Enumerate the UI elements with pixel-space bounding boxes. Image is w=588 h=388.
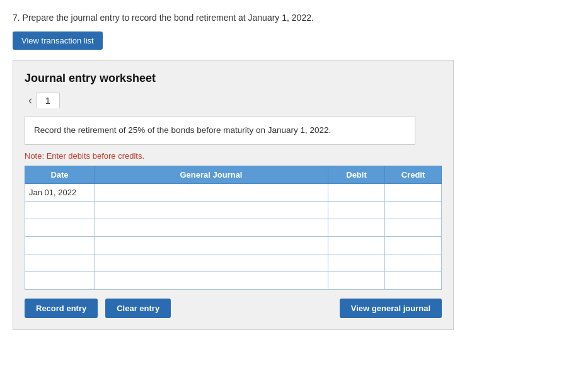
date-cell <box>25 219 95 237</box>
general-journal-cell <box>95 254 328 272</box>
general-journal-cell <box>95 219 328 237</box>
tab-number[interactable]: 1 <box>36 93 60 108</box>
credit-cell <box>385 219 442 237</box>
general-journal-cell <box>95 237 328 254</box>
table-row <box>25 202 442 219</box>
credit-input[interactable] <box>385 202 441 219</box>
general-journal-input[interactable] <box>95 202 328 219</box>
instruction-text: Record the retirement of 25% of the bond… <box>34 125 331 135</box>
credit-input[interactable] <box>385 272 441 289</box>
debit-input[interactable] <box>328 184 384 201</box>
col-header-date: Date <box>25 166 95 184</box>
table-row <box>25 237 442 254</box>
date-cell <box>25 237 95 254</box>
instruction-box: Record the retirement of 25% of the bond… <box>25 116 415 145</box>
clear-entry-button[interactable]: Clear entry <box>105 299 171 318</box>
debit-cell <box>328 237 385 254</box>
date-cell <box>25 254 95 272</box>
credit-input[interactable] <box>385 237 441 254</box>
credit-cell <box>385 237 442 254</box>
date-cell <box>25 272 95 290</box>
record-entry-button[interactable]: Record entry <box>25 299 98 318</box>
general-journal-input[interactable] <box>95 219 328 236</box>
debit-input[interactable] <box>328 219 384 236</box>
date-cell <box>25 202 95 219</box>
general-journal-cell <box>95 272 328 290</box>
credit-cell <box>385 202 442 219</box>
general-journal-input[interactable] <box>95 272 328 289</box>
debit-input[interactable] <box>328 237 384 254</box>
worksheet-container: Journal entry worksheet ‹ 1 Record the r… <box>13 60 454 330</box>
date-input[interactable] <box>29 222 90 234</box>
action-buttons-row: Record entry Clear entry View general jo… <box>25 299 442 318</box>
table-row <box>25 254 442 272</box>
date-input[interactable] <box>29 204 90 216</box>
journal-table: Date General Journal Debit Credit Jan 01… <box>25 166 442 290</box>
tab-navigation: ‹ 1 <box>25 93 442 108</box>
debit-input[interactable] <box>328 254 384 271</box>
credit-input[interactable] <box>385 184 441 201</box>
view-transaction-button[interactable]: View transaction list <box>13 31 103 50</box>
worksheet-title: Journal entry worksheet <box>25 72 442 85</box>
debit-cell <box>328 254 385 272</box>
table-row <box>25 272 442 290</box>
debit-cell <box>328 219 385 237</box>
date-input[interactable] <box>29 239 90 251</box>
col-header-credit: Credit <box>385 166 442 184</box>
table-row <box>25 219 442 237</box>
date-input[interactable] <box>29 257 90 269</box>
credit-input[interactable] <box>385 219 441 236</box>
general-journal-input[interactable] <box>95 254 328 271</box>
prev-tab-arrow[interactable]: ‹ <box>25 94 36 107</box>
general-journal-input[interactable] <box>95 184 328 201</box>
note-text: Note: Enter debits before credits. <box>25 151 442 161</box>
col-header-debit: Debit <box>328 166 385 184</box>
general-journal-cell <box>95 202 328 219</box>
question-text: 7. Prepare the journal entry to record t… <box>13 13 575 23</box>
view-general-journal-button[interactable]: View general journal <box>340 299 442 318</box>
date-input[interactable] <box>29 275 90 287</box>
general-journal-input[interactable] <box>95 237 328 254</box>
credit-input[interactable] <box>385 254 441 271</box>
credit-cell <box>385 184 442 202</box>
debit-input[interactable] <box>328 272 384 289</box>
table-row: Jan 01, 2022 <box>25 184 442 202</box>
date-cell: Jan 01, 2022 <box>25 184 95 202</box>
credit-cell <box>385 254 442 272</box>
credit-cell <box>385 272 442 290</box>
col-header-gj: General Journal <box>95 166 328 184</box>
general-journal-cell <box>95 184 328 202</box>
debit-input[interactable] <box>328 202 384 219</box>
debit-cell <box>328 202 385 219</box>
debit-cell <box>328 184 385 202</box>
debit-cell <box>328 272 385 290</box>
